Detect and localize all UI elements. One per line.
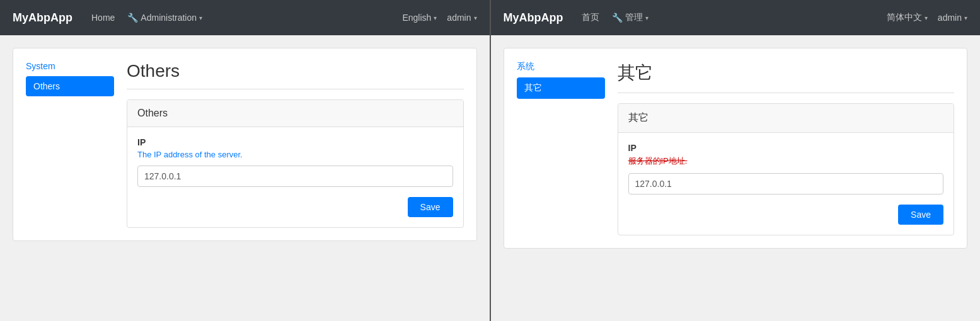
left-panel: MyAbpApp Home 🔧 Administration ▾ English… <box>0 0 491 321</box>
wrench-icon: 🔧 <box>127 13 138 23</box>
right-sidebar: 系统 其它 <box>517 61 605 235</box>
right-ip-input[interactable] <box>628 173 944 194</box>
right-save-row: Save <box>628 205 944 225</box>
right-nav-language[interactable]: 简体中文 ▾ <box>887 12 928 23</box>
right-nav-administration[interactable]: 🔧 管理 ▾ <box>612 12 649 23</box>
left-section-header: Others <box>127 100 463 127</box>
right-navbar-right: 简体中文 ▾ admin ▾ <box>887 12 967 23</box>
left-section-card: Others IP The IP address of the server. … <box>127 99 464 228</box>
right-card: 系统 其它 其它 其它 IP 服务器的IP地址. Save <box>504 48 968 249</box>
chevron-down-icon-user-right: ▾ <box>964 14 967 21</box>
right-section-body: IP 服务器的IP地址. Save <box>618 133 954 235</box>
left-save-button[interactable]: Save <box>408 197 453 217</box>
right-main-content: 其它 其它 IP 服务器的IP地址. Save <box>618 61 955 235</box>
left-navbar-right: English ▾ admin ▾ <box>402 13 476 23</box>
left-ip-input[interactable] <box>137 166 453 187</box>
right-panel: MyAbpApp 首页 🔧 管理 ▾ 简体中文 ▾ admin ▾ 系统 其它 <box>491 0 981 321</box>
left-field-label: IP <box>137 137 453 147</box>
left-nav-home[interactable]: Home <box>91 13 115 23</box>
left-nav-user[interactable]: admin ▾ <box>447 13 476 23</box>
left-sidebar-others-btn[interactable]: Others <box>26 76 114 96</box>
left-nav-administration[interactable]: 🔧 Administration ▾ <box>127 13 202 23</box>
right-section-header: 其它 <box>618 104 954 133</box>
right-save-button[interactable]: Save <box>898 205 943 225</box>
left-card: System Others Others Others IP The IP ad… <box>13 48 477 241</box>
chevron-down-icon-lang-right: ▾ <box>925 14 928 21</box>
right-divider <box>618 93 955 93</box>
right-field-description: 服务器的IP地址. <box>628 155 944 167</box>
chevron-down-icon-lang: ▾ <box>434 14 437 21</box>
chevron-down-icon-right: ▾ <box>645 14 649 21</box>
right-sidebar-others-btn[interactable]: 其它 <box>517 77 605 99</box>
left-field-description: The IP address of the server. <box>137 150 453 159</box>
chevron-down-icon: ▾ <box>199 14 202 21</box>
right-section-card: 其它 IP 服务器的IP地址. Save <box>618 103 955 235</box>
wrench-icon-right: 🔧 <box>612 13 623 23</box>
left-page-title: Others <box>127 61 464 81</box>
right-page-title: 其它 <box>618 61 955 85</box>
left-navbar: MyAbpApp Home 🔧 Administration ▾ English… <box>0 0 490 35</box>
left-main-content: Others Others IP The IP address of the s… <box>127 61 464 228</box>
left-brand: MyAbpApp <box>13 11 72 25</box>
right-brand: MyAbpApp <box>504 11 563 25</box>
left-content: System Others Others Others IP The IP ad… <box>0 35 490 321</box>
right-navbar: MyAbpApp 首页 🔧 管理 ▾ 简体中文 ▾ admin ▾ <box>491 0 981 35</box>
left-section-body: IP The IP address of the server. Save <box>127 127 463 227</box>
left-nav-language[interactable]: English ▾ <box>402 13 437 23</box>
chevron-down-icon-user: ▾ <box>474 14 477 21</box>
left-divider <box>127 89 464 89</box>
right-nav-user[interactable]: admin ▾ <box>938 13 967 23</box>
left-sidebar-system-link[interactable]: System <box>26 61 114 71</box>
right-nav-home[interactable]: 首页 <box>582 12 599 23</box>
right-field-label: IP <box>628 143 944 153</box>
right-content: 系统 其它 其它 其它 IP 服务器的IP地址. Save <box>491 35 981 321</box>
left-save-row: Save <box>137 197 453 217</box>
right-sidebar-system-link[interactable]: 系统 <box>517 61 605 72</box>
left-sidebar: System Others <box>26 61 114 228</box>
